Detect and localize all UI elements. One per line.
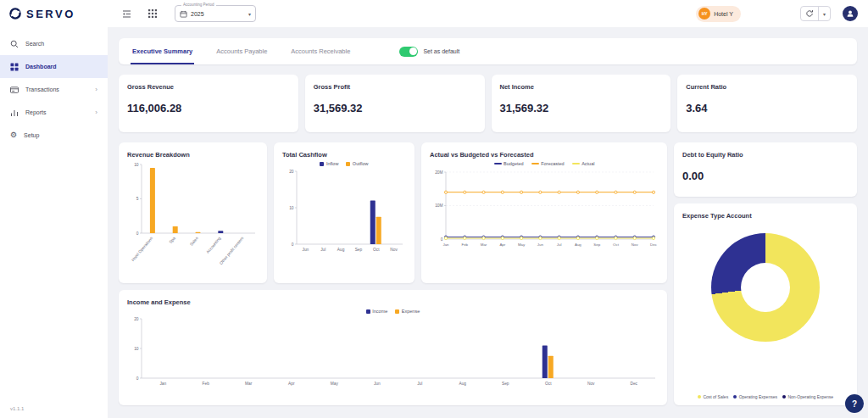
svg-text:10M: 10M bbox=[435, 203, 442, 208]
brand-logo[interactable]: SERVO bbox=[0, 7, 108, 20]
income-expense-card: Income and Expense IncomeExpense 01020Ja… bbox=[119, 290, 667, 405]
hotel-name: Hotel Y bbox=[714, 11, 733, 17]
kpi-value: 31,569.32 bbox=[500, 102, 663, 114]
transactions-icon bbox=[10, 86, 19, 94]
actual-vs-budgeted-card: Actual vs Budgeted vs Forecasted Budgete… bbox=[421, 142, 667, 283]
svg-text:Hotel Operations: Hotel Operations bbox=[131, 236, 153, 262]
svg-text:Accounting: Accounting bbox=[205, 236, 221, 254]
legend-item[interactable]: Outflow bbox=[346, 161, 368, 166]
collapse-sidebar-icon bbox=[122, 9, 131, 19]
svg-text:Sales: Sales bbox=[189, 236, 199, 247]
set-default-label: Set as default bbox=[423, 48, 459, 54]
svg-text:10: 10 bbox=[134, 347, 139, 351]
chevron-right-icon: › bbox=[95, 86, 97, 93]
user-avatar[interactable] bbox=[843, 6, 858, 21]
total-cashflow-chart: 01020JunJulAugSepOctNov bbox=[282, 167, 406, 254]
kpi-label: Debt to Equity Ratio bbox=[682, 151, 849, 159]
kpi-value: 116,006.28 bbox=[127, 102, 290, 114]
sidebar-item-dashboard[interactable]: Dashboard bbox=[0, 55, 108, 78]
kpi-gross-profit: Gross Profit 31,569.32 bbox=[305, 75, 485, 132]
svg-text:Feb: Feb bbox=[461, 242, 468, 247]
chart-legend: InflowOutflow bbox=[282, 161, 406, 166]
legend-swatch bbox=[733, 395, 737, 398]
income-expense-chart: 01020JanFebMarAprMayJunJulAugSepOctNovDe… bbox=[127, 315, 659, 387]
chart-legend: BudgetedForecastedActual bbox=[430, 161, 659, 166]
accounting-period-select[interactable]: Accounting Period 2025 ▾ bbox=[175, 5, 256, 22]
legend-item[interactable]: Cost of Sales bbox=[698, 394, 728, 399]
legend-item[interactable]: Income bbox=[366, 309, 388, 314]
legend-label: Income bbox=[372, 309, 387, 314]
legend-label: Non-Operating Expense bbox=[787, 394, 833, 399]
collapse-sidebar-button[interactable] bbox=[120, 7, 134, 21]
svg-text:Jun: Jun bbox=[374, 382, 381, 386]
svg-text:Spa: Spa bbox=[169, 236, 177, 244]
legend-swatch bbox=[572, 163, 580, 164]
accounting-period-value: 2025 bbox=[191, 11, 245, 17]
svg-text:Aug: Aug bbox=[575, 242, 581, 247]
tab-accounts-payable[interactable]: Accounts Payable bbox=[214, 38, 269, 64]
legend-label: Forecasted bbox=[541, 161, 565, 166]
sidebar-item-label: Setup bbox=[24, 132, 97, 138]
svg-text:Sep: Sep bbox=[355, 248, 363, 252]
legend-item[interactable]: Inflow bbox=[320, 161, 338, 166]
apps-grid-button[interactable] bbox=[146, 7, 159, 20]
svg-text:Apr: Apr bbox=[288, 382, 295, 386]
svg-text:20M: 20M bbox=[435, 170, 442, 175]
kpi-net-income: Net Income 31,569.32 bbox=[492, 75, 671, 132]
tab-executive-summary[interactable]: Executive Summary bbox=[131, 38, 194, 64]
legend-label: Inflow bbox=[326, 161, 338, 166]
sidebar-item-search[interactable]: Search bbox=[0, 32, 108, 55]
svg-text:Dec: Dec bbox=[650, 242, 658, 247]
help-button[interactable]: ? bbox=[845, 394, 864, 413]
kpi-value: 0.00 bbox=[682, 170, 849, 182]
svg-text:Mar: Mar bbox=[245, 382, 253, 386]
svg-text:5: 5 bbox=[136, 197, 139, 201]
sidebar-item-setup[interactable]: ⚙ Setup bbox=[0, 124, 108, 147]
legend-item[interactable]: Non-Operating Expense bbox=[782, 394, 833, 399]
refresh-options-caret[interactable]: ▾ bbox=[818, 7, 830, 20]
svg-text:Oct: Oct bbox=[545, 382, 552, 386]
legend-item[interactable]: Budgeted bbox=[494, 161, 524, 166]
svg-text:Jan: Jan bbox=[159, 382, 166, 386]
svg-text:Apr: Apr bbox=[499, 242, 505, 247]
sidebar-item-transactions[interactable]: Transactions › bbox=[0, 78, 108, 101]
refresh-button[interactable] bbox=[801, 7, 818, 20]
chart-title: Expense Type Account bbox=[682, 212, 849, 220]
svg-text:Jun: Jun bbox=[303, 248, 309, 252]
kpi-current-ratio: Current Ratio 3.64 bbox=[677, 75, 857, 132]
legend-item[interactable]: Actual bbox=[572, 161, 595, 166]
legend-swatch bbox=[366, 309, 370, 314]
legend-swatch bbox=[320, 162, 324, 166]
legend-item[interactable]: Forecasted bbox=[531, 161, 565, 166]
svg-text:Jun: Jun bbox=[537, 242, 544, 247]
kpi-row: Gross Revenue 116,006.28 Gross Profit 31… bbox=[119, 75, 857, 132]
actual-vs-budgeted-chart: 010M20MJanFebMarAprMayJunJulAugSepOctNov… bbox=[430, 167, 659, 248]
legend-label: Expense bbox=[402, 309, 420, 314]
chart-title: Revenue Breakdown bbox=[127, 151, 259, 159]
svg-text:Jul: Jul bbox=[417, 382, 422, 386]
refresh-control: ▾ bbox=[800, 6, 831, 21]
tab-accounts-receivable[interactable]: Accounts Receivable bbox=[289, 38, 352, 64]
kpi-value: 3.64 bbox=[686, 102, 849, 114]
legend-item[interactable]: Expense bbox=[395, 309, 420, 314]
kpi-label: Gross Profit bbox=[314, 83, 476, 91]
sidebar-item-label: Search bbox=[25, 41, 97, 47]
svg-text:Nov: Nov bbox=[390, 248, 398, 252]
svg-text:0: 0 bbox=[136, 231, 139, 236]
expense-type-donut-chart bbox=[711, 233, 820, 342]
caret-down-icon: ▾ bbox=[248, 11, 251, 17]
svg-text:Jul: Jul bbox=[320, 248, 326, 252]
total-cashflow-card: Total Cashflow InflowOutflow 01020JunJul… bbox=[274, 142, 415, 283]
chart-title: Income and Expense bbox=[127, 298, 659, 306]
svg-text:0: 0 bbox=[136, 376, 139, 381]
hotel-selector[interactable]: HY Hotel Y bbox=[696, 6, 741, 22]
kpi-debt-to-equity: Debt to Equity Ratio 0.00 bbox=[674, 142, 857, 197]
svg-text:Mar: Mar bbox=[481, 242, 487, 247]
calendar-icon bbox=[180, 10, 187, 18]
svg-text:10: 10 bbox=[289, 206, 294, 210]
revenue-breakdown-card: Revenue Breakdown 0510Hotel OperationsSp… bbox=[119, 142, 267, 283]
set-default-toggle[interactable] bbox=[399, 47, 418, 57]
sidebar-item-reports[interactable]: Reports › bbox=[0, 101, 108, 124]
chart-title: Actual vs Budgeted vs Forecasted bbox=[430, 151, 659, 159]
legend-item[interactable]: Operating Expenses bbox=[733, 394, 777, 399]
